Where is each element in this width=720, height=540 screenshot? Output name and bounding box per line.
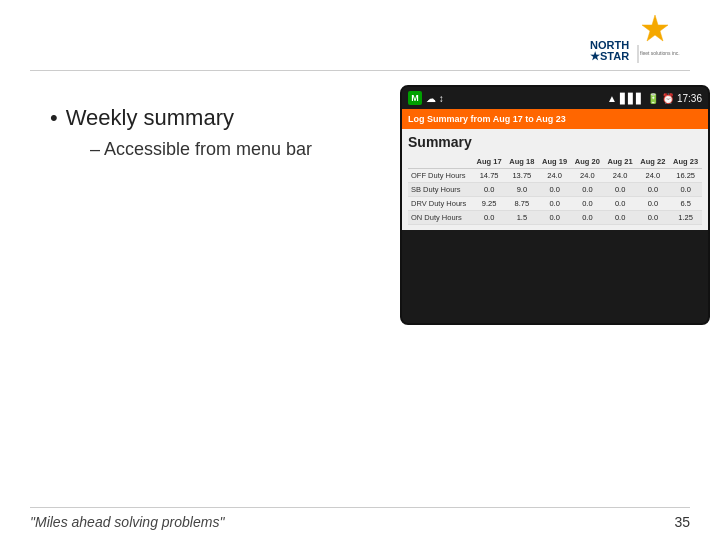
summary-title: Summary xyxy=(408,134,702,150)
row-cell: 1.5 xyxy=(505,211,538,225)
logo-area: NORTH ★STAR fleet solutions inc. xyxy=(570,10,690,65)
log-table: Aug 17 Aug 18 Aug 19 Aug 20 Aug 21 Aug 2… xyxy=(408,155,702,225)
row-cell: 0.0 xyxy=(636,211,669,225)
svg-text:fleet solutions inc.: fleet solutions inc. xyxy=(640,50,680,56)
svg-marker-0 xyxy=(642,15,668,41)
time-display: 17:36 xyxy=(677,93,702,104)
bullet-dot: • xyxy=(50,105,58,131)
signal-icon: ▋▋▋ xyxy=(620,93,644,104)
row-cell: 24.0 xyxy=(604,169,637,183)
row-cell: 0.0 xyxy=(538,183,571,197)
company-logo: NORTH ★STAR fleet solutions inc. xyxy=(580,13,690,63)
status-left: M ☁ ↕ xyxy=(408,91,444,105)
col-header-label xyxy=(408,155,473,169)
row-cell: 9.25 xyxy=(473,197,506,211)
table-row: ON Duty Hours0.01.50.00.00.00.01.25 xyxy=(408,211,702,225)
battery-icon: 🔋 xyxy=(647,93,659,104)
wifi-icon: ▲ xyxy=(607,93,617,104)
row-label: OFF Duty Hours xyxy=(408,169,473,183)
row-cell: 0.0 xyxy=(604,183,637,197)
clock-icon: ⏰ xyxy=(662,93,674,104)
row-label: ON Duty Hours xyxy=(408,211,473,225)
row-cell: 0.0 xyxy=(473,211,506,225)
row-cell: 24.0 xyxy=(538,169,571,183)
table-body: OFF Duty Hours14.7513.7524.024.024.024.0… xyxy=(408,169,702,225)
row-cell: 0.0 xyxy=(636,183,669,197)
row-label: SB Duty Hours xyxy=(408,183,473,197)
row-cell: 0.0 xyxy=(571,197,604,211)
col-header-aug23: Aug 23 xyxy=(669,155,702,169)
table-header-row: Aug 17 Aug 18 Aug 19 Aug 20 Aug 21 Aug 2… xyxy=(408,155,702,169)
row-cell: 24.0 xyxy=(636,169,669,183)
row-cell: 0.0 xyxy=(538,197,571,211)
row-cell: 0.0 xyxy=(571,211,604,225)
col-header-aug22: Aug 22 xyxy=(636,155,669,169)
status-right: ▲ ▋▋▋ 🔋 ⏰ 17:36 xyxy=(607,93,702,104)
col-header-aug19: Aug 19 xyxy=(538,155,571,169)
row-cell: 8.75 xyxy=(505,197,538,211)
col-header-aug21: Aug 21 xyxy=(604,155,637,169)
row-cell: 24.0 xyxy=(571,169,604,183)
table-row: SB Duty Hours0.09.00.00.00.00.00.0 xyxy=(408,183,702,197)
status-icons: ☁ ↕ xyxy=(426,93,444,104)
col-header-aug20: Aug 20 xyxy=(571,155,604,169)
col-header-aug17: Aug 17 xyxy=(473,155,506,169)
footer: "Miles ahead solving problems" 35 xyxy=(30,507,690,530)
row-cell: 0.0 xyxy=(604,197,637,211)
phone-mockup: M ☁ ↕ ▲ ▋▋▋ 🔋 ⏰ 17:36 Log Summary from A… xyxy=(400,85,710,325)
row-cell: 14.75 xyxy=(473,169,506,183)
row-cell: 0.0 xyxy=(604,211,637,225)
footer-tagline: "Miles ahead solving problems" xyxy=(30,514,224,530)
table-row: OFF Duty Hours14.7513.7524.024.024.024.0… xyxy=(408,169,702,183)
status-bar: M ☁ ↕ ▲ ▋▋▋ 🔋 ⏰ 17:36 xyxy=(402,87,708,109)
row-cell: 0.0 xyxy=(473,183,506,197)
row-cell: 16.25 xyxy=(669,169,702,183)
page-number: 35 xyxy=(674,514,690,530)
row-cell: 6.5 xyxy=(669,197,702,211)
row-cell: 0.0 xyxy=(669,183,702,197)
col-header-aug18: Aug 18 xyxy=(505,155,538,169)
row-cell: 1.25 xyxy=(669,211,702,225)
app-content: Summary Aug 17 Aug 18 Aug 19 Aug 20 Aug … xyxy=(402,129,708,230)
row-cell: 9.0 xyxy=(505,183,538,197)
row-cell: 13.75 xyxy=(505,169,538,183)
row-cell: 0.0 xyxy=(571,183,604,197)
m-icon: M xyxy=(408,91,422,105)
app-header-bar: Log Summary from Aug 17 to Aug 23 xyxy=(402,109,708,129)
row-cell: 0.0 xyxy=(636,197,669,211)
weekly-summary-label: Weekly summary xyxy=(66,105,234,131)
row-cell: 0.0 xyxy=(538,211,571,225)
header-text: Log Summary from Aug 17 to Aug 23 xyxy=(408,114,566,124)
svg-text:★STAR: ★STAR xyxy=(590,50,629,62)
table-row: DRV Duty Hours9.258.750.00.00.00.06.5 xyxy=(408,197,702,211)
top-divider xyxy=(30,70,690,71)
row-label: DRV Duty Hours xyxy=(408,197,473,211)
